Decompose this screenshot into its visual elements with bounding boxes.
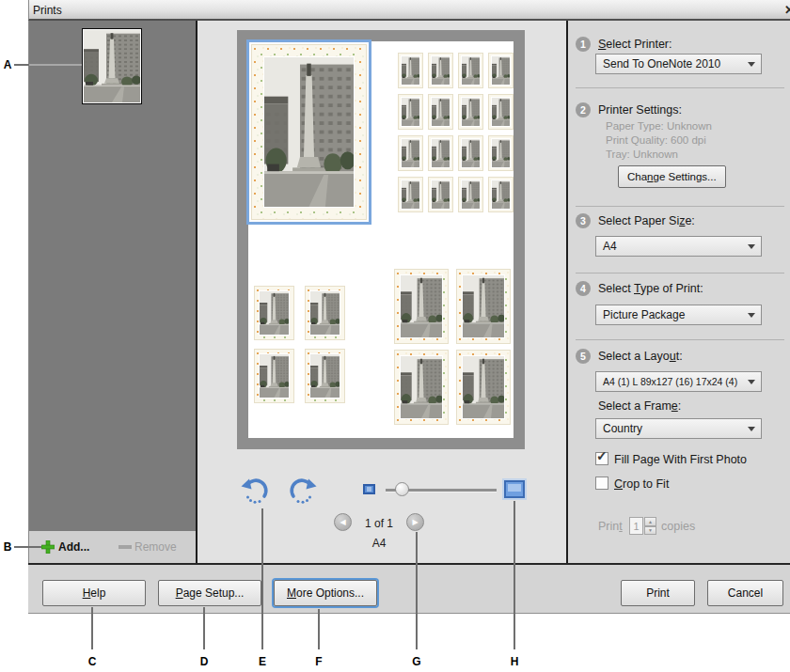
photo-cell[interactable]	[458, 135, 483, 171]
photo-cell[interactable]	[398, 53, 423, 88]
dropdown-arrow-icon	[748, 313, 755, 318]
copies-input[interactable]: 1	[629, 517, 643, 535]
photo-image	[310, 291, 340, 335]
step-1-badge: 1	[576, 37, 591, 52]
select-type-of-print-label: Select Type of Print:	[598, 282, 703, 295]
paper-size-dropdown[interactable]: A4	[595, 236, 762, 257]
help-button[interactable]: Help	[42, 580, 146, 606]
photo-cell[interactable]	[428, 135, 453, 171]
previous-arrow-icon: ◀	[340, 518, 345, 526]
photo-cell[interactable]	[488, 94, 514, 130]
photo-cell[interactable]	[394, 269, 449, 344]
select-paper-size-label: Select Paper Size:	[598, 214, 695, 227]
stepper-up-icon[interactable]: ▲	[644, 517, 656, 526]
photo-cell[interactable]	[488, 135, 514, 171]
selected-photo-cell[interactable]	[246, 39, 371, 225]
photo-cell[interactable]	[254, 349, 294, 403]
photo-cell[interactable]	[456, 269, 511, 344]
photo-frame-country	[251, 44, 367, 220]
tiny-photo-grid	[398, 53, 514, 212]
callout-label-d: D	[198, 655, 211, 668]
photo-image	[84, 30, 140, 102]
callout-line	[203, 607, 205, 649]
copies-stepper[interactable]: ▲ ▼	[644, 517, 656, 535]
photo-cell[interactable]	[398, 94, 423, 130]
photo-cell[interactable]	[458, 94, 483, 130]
crop-to-fit-checkbox[interactable]: ✓	[595, 477, 608, 490]
paper-type-detail: Paper Type: Unknown	[606, 120, 712, 132]
photo-cell[interactable]	[398, 135, 423, 171]
photo-cell[interactable]	[254, 286, 294, 340]
fill-page-checkbox[interactable]: ✓	[595, 452, 608, 465]
crop-to-fit-label: Crop to Fit	[614, 477, 669, 491]
page-counter: 1 of 1	[356, 517, 403, 530]
fill-page-label: Fill Page With First Photo	[614, 453, 747, 466]
previous-page-button[interactable]: ◀	[334, 513, 352, 531]
photo-image	[462, 180, 480, 209]
photo-cell[interactable]	[428, 53, 453, 88]
zoom-out-glyph	[367, 487, 371, 492]
photo-cell[interactable]	[488, 53, 514, 88]
printer-dropdown[interactable]: Send To OneNote 2010	[595, 54, 762, 74]
photo-image	[264, 57, 354, 207]
photo-cell[interactable]	[456, 350, 511, 425]
stepper-down-icon[interactable]: ▼	[644, 526, 656, 536]
page-preview-frame	[237, 30, 525, 449]
zoom-out-button[interactable]	[363, 484, 375, 494]
zoom-slider-thumb[interactable]	[395, 482, 409, 496]
section-divider	[576, 339, 784, 340]
rotate-right-button[interactable]	[288, 475, 320, 507]
change-settings-button[interactable]: Change Settings...	[618, 165, 726, 188]
frame-dropdown[interactable]: Country	[595, 418, 762, 439]
callout-line	[29, 64, 82, 66]
photo-image	[432, 139, 450, 167]
more-options-button[interactable]: More Options...	[274, 580, 377, 606]
photo-cell[interactable]	[305, 286, 345, 340]
photo-cell[interactable]	[398, 177, 423, 212]
close-button[interactable]: ✕	[784, 3, 790, 17]
print-type-dropdown[interactable]: Picture Package	[595, 305, 762, 325]
photo-cell[interactable]	[458, 53, 483, 88]
photo-cell[interactable]	[488, 177, 514, 212]
cancel-button[interactable]: Cancel	[707, 580, 783, 606]
photo-image	[462, 139, 480, 167]
callout-line	[514, 501, 515, 649]
photo-cell[interactable]	[458, 177, 483, 212]
select-frame-label: Select a Frame:	[598, 399, 681, 413]
add-button[interactable]: Add...	[58, 540, 89, 554]
photo-image	[462, 56, 480, 85]
copies-suffix-label: copies	[661, 520, 695, 533]
photo-cell[interactable]	[394, 350, 449, 425]
photo-cell[interactable]	[428, 177, 453, 212]
section-divider	[576, 206, 784, 207]
page-setup-button[interactable]: Page Setup...	[158, 580, 261, 606]
dropdown-arrow-icon	[748, 427, 755, 431]
dropdown-arrow-icon	[748, 380, 755, 384]
print-button[interactable]: Print	[621, 580, 695, 606]
add-plus-icon	[41, 540, 55, 554]
zoom-in-glyph	[508, 484, 521, 492]
callout-label-c: C	[86, 655, 99, 668]
rotate-left-button[interactable]	[238, 475, 270, 507]
callout-line	[261, 508, 263, 649]
remove-button[interactable]: Remove	[134, 540, 177, 554]
remove-minus-icon	[118, 545, 132, 550]
photo-image	[401, 356, 442, 418]
callout-label-e: E	[256, 655, 269, 668]
callout-line	[14, 546, 41, 548]
photo-cell[interactable]	[305, 349, 345, 403]
photo-image	[492, 98, 510, 126]
photo-image	[432, 56, 450, 85]
zoom-in-button[interactable]	[504, 480, 525, 498]
photo-image	[432, 180, 450, 209]
source-photo-thumbnail[interactable]	[82, 28, 142, 104]
photo-image	[492, 56, 510, 85]
step-3-badge: 3	[576, 213, 591, 228]
callout-label-g: G	[410, 655, 423, 668]
photo-image	[492, 139, 510, 167]
photo-cell[interactable]	[428, 94, 453, 130]
layout-dropdown[interactable]: A4 (1) L 89x127 (16) 17x24 (4)	[595, 371, 762, 392]
paper-size-dropdown-value: A4	[603, 240, 617, 253]
photo-image	[492, 180, 510, 209]
next-page-button[interactable]: ▶	[406, 513, 424, 531]
